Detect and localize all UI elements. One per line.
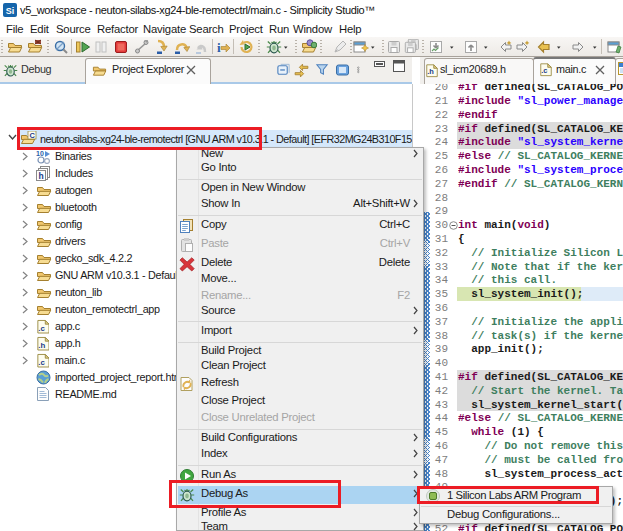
svg-text:.c: .c <box>541 66 547 75</box>
svg-text:.h: .h <box>38 341 45 350</box>
svg-text:.h: .h <box>427 67 434 76</box>
svg-text:.c: .c <box>38 358 45 367</box>
svg-text:Si: Si <box>6 6 15 16</box>
svg-text:10: 10 <box>36 150 44 157</box>
svg-text:h: h <box>39 171 44 181</box>
svg-text:.c: .c <box>38 324 45 333</box>
svg-text:i: i <box>217 40 221 55</box>
